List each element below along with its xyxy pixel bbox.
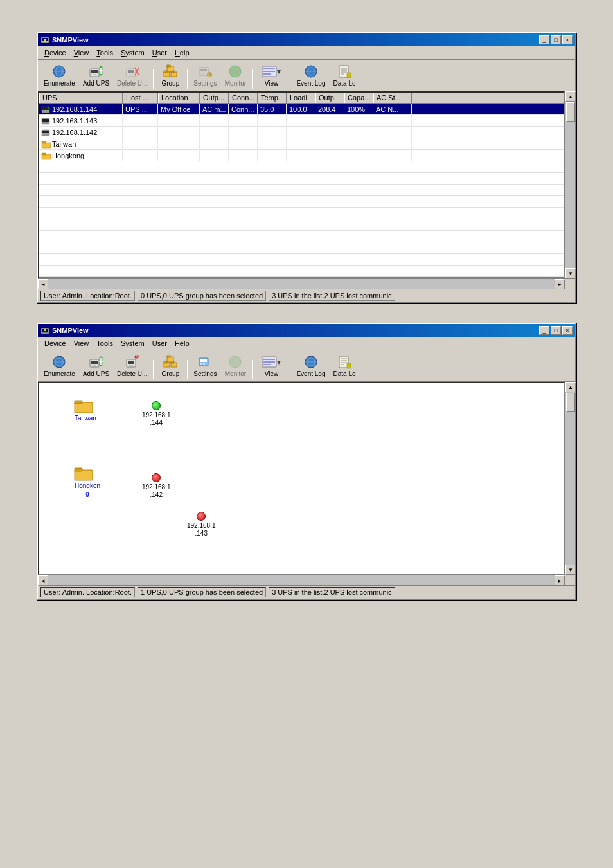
close-btn-2[interactable]: ×: [562, 326, 573, 335]
view-btn-1[interactable]: View: [255, 62, 287, 89]
delete-ups-btn-2[interactable]: Delete U...: [114, 352, 150, 379]
monitor-label-1: Monitor: [225, 80, 246, 87]
settings-btn-2[interactable]: Settings: [190, 352, 220, 379]
main-content-1: UPS Host ... Location Outp... Conn... Te…: [38, 91, 565, 278]
maximize-btn-2[interactable]: □: [551, 326, 561, 335]
menu-device-1[interactable]: Device: [40, 48, 70, 58]
svg-rect-102: [75, 402, 93, 413]
table-row-3[interactable]: 192.168.1.142: [39, 127, 564, 138]
add-ups-btn-2[interactable]: Add UPS: [80, 352, 112, 379]
scroll-h-track-2[interactable]: [48, 575, 555, 585]
svg-rect-22: [167, 65, 170, 67]
data-log-btn-2[interactable]: Data Lo: [330, 352, 359, 379]
cell-outp1-2: [200, 115, 229, 127]
scroll-right-btn-1[interactable]: ►: [555, 279, 565, 289]
cell-load-2: [287, 115, 315, 127]
table-row-empty-4: [39, 196, 564, 208]
svg-rect-56: [46, 134, 48, 135]
node-143[interactable]: 192.168.1.143: [187, 512, 216, 538]
svg-rect-25: [200, 73, 202, 74]
event-log-btn-2[interactable]: Event Log: [293, 352, 328, 379]
data-log-btn-1[interactable]: Data Lo: [330, 62, 359, 89]
maximize-btn-1[interactable]: □: [551, 35, 561, 44]
table-row-empty-3: [39, 185, 564, 196]
minimize-btn-1[interactable]: _: [539, 35, 549, 44]
view-btn-2[interactable]: View: [255, 352, 287, 379]
menu-system-2[interactable]: System: [117, 338, 148, 348]
scroll-up-btn-2[interactable]: ▲: [565, 382, 576, 392]
menu-help-2[interactable]: Help: [171, 338, 193, 348]
menu-help-1[interactable]: Help: [171, 48, 193, 58]
svg-rect-14: [129, 74, 133, 75]
scroll-right-btn-2[interactable]: ►: [555, 575, 565, 586]
node-hongkong[interactable]: Hongkong: [75, 467, 100, 498]
scroll-left-btn-1[interactable]: ◄: [38, 279, 48, 289]
close-btn-1[interactable]: ×: [562, 35, 573, 44]
menu-user-2[interactable]: User: [148, 338, 171, 348]
delete-ups-btn-1[interactable]: Delete U...: [114, 62, 150, 89]
svg-rect-103: [75, 401, 82, 404]
data-log-icon-2: [337, 354, 352, 370]
scroll-track-2[interactable]: [565, 392, 575, 565]
group-btn-1[interactable]: Group: [156, 62, 184, 89]
menu-view-2[interactable]: View: [70, 338, 93, 348]
node-144[interactable]: 192.168.1.144: [142, 401, 171, 427]
cell-outp2-2: [315, 115, 344, 127]
table-row-1[interactable]: 192.168.1.144 UPS ... My Office AC m... …: [39, 104, 564, 115]
cell-load-1: 100.0: [287, 104, 315, 115]
table-row-2[interactable]: 192.168.1.143: [39, 115, 564, 127]
svg-rect-7: [91, 70, 98, 73]
add-ups-label-1: Add UPS: [83, 80, 109, 87]
cell-capa-4: [344, 138, 373, 150]
enumerate-btn-1[interactable]: Enumerate: [40, 62, 78, 89]
monitor-btn-1[interactable]: Monitor: [221, 62, 249, 89]
add-ups-btn-1[interactable]: Add UPS: [80, 62, 112, 89]
settings-btn-1[interactable]: Settings: [190, 62, 220, 89]
scroll-down-btn-2[interactable]: ▼: [565, 565, 576, 575]
status-bar-2: User: Admin. Location:Root. 1 UPS,0 UPS …: [38, 585, 575, 599]
settings-icon-2: [197, 354, 213, 370]
menu-view-1[interactable]: View: [70, 48, 93, 58]
menu-system-1[interactable]: System: [117, 48, 148, 58]
monitor-icon-2: [227, 354, 243, 370]
event-log-btn-1[interactable]: Event Log: [293, 62, 328, 89]
menu-user-1[interactable]: User: [148, 48, 171, 58]
dot-142: [152, 473, 161, 482]
menu-device-2[interactable]: Device: [40, 338, 70, 348]
scroll-down-btn-1[interactable]: ▼: [565, 268, 576, 278]
menu-tools-2[interactable]: Tools: [93, 338, 117, 348]
menu-tools-1[interactable]: Tools: [93, 48, 117, 58]
table-row-5[interactable]: Hongkong: [39, 150, 564, 161]
scroll-up-btn-1[interactable]: ▲: [565, 91, 576, 102]
scroll-left-btn-2[interactable]: ◄: [38, 575, 48, 586]
cell-location-4: [158, 138, 200, 150]
cell-location-3: [158, 127, 200, 138]
scrollbar-v-2: ▲ ▼: [565, 382, 575, 575]
view-label-1: View: [265, 80, 279, 87]
toolbar-1: Enumerate Add UPS: [38, 60, 575, 91]
cell-host-5: [123, 150, 158, 161]
svg-rect-87: [203, 363, 205, 365]
monitor-btn-2[interactable]: Monitor: [221, 352, 249, 379]
hscroll-row-2: ◄ ►: [38, 575, 575, 585]
cell-ac-1: AC N...: [373, 104, 412, 115]
scroll-h-track-1[interactable]: [48, 279, 555, 289]
cell-temp-3: [258, 127, 287, 138]
cell-host-3: [123, 127, 158, 138]
node-142[interactable]: 192.168.1.142: [142, 473, 171, 499]
settings-label-2: Settings: [193, 370, 217, 377]
scroll-track-1[interactable]: [565, 102, 575, 268]
enumerate-btn-2[interactable]: Enumerate: [40, 352, 78, 379]
node-taiwan[interactable]: Tai wan: [75, 399, 96, 422]
group-btn-2[interactable]: Group: [156, 352, 184, 379]
table-row-4[interactable]: Tai wan: [39, 138, 564, 150]
cell-temp-5: [258, 150, 287, 161]
window-2: SNMPView _ □ × Device View Tools System …: [37, 323, 576, 600]
svg-rect-49: [42, 119, 49, 122]
svg-rect-86: [200, 363, 202, 365]
scroll-thumb-1[interactable]: [566, 102, 575, 122]
minimize-btn-2[interactable]: _: [539, 326, 549, 335]
scroll-thumb-2[interactable]: [566, 393, 575, 412]
cell-location-5: [158, 150, 200, 161]
svg-rect-79: [164, 361, 167, 363]
